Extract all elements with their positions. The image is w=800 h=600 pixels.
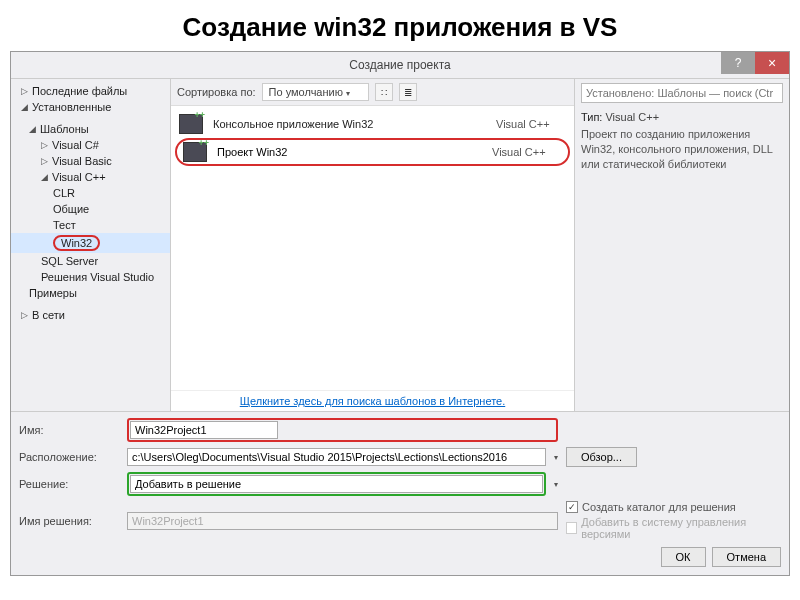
tree-vcpp[interactable]: ◢Visual C++ (11, 169, 170, 185)
search-input[interactable] (581, 83, 783, 103)
version-control-label: Добавить в систему управления версиями (581, 516, 781, 540)
solution-name-field (127, 512, 558, 530)
cancel-button[interactable]: Отмена (712, 547, 781, 567)
type-label: Тип: (581, 111, 602, 123)
right-panel: Тип: Visual C++ Проект по созданию прило… (574, 79, 789, 411)
tree-recent[interactable]: ▷Последние файлы (11, 83, 170, 99)
dialog-title: Создание проекта (11, 58, 789, 72)
tree-online[interactable]: ▷В сети (11, 307, 170, 323)
tree-csharp[interactable]: ▷Visual C# (11, 137, 170, 153)
chevron-down-icon: ▾ (346, 89, 350, 98)
template-list: ++ Консольное приложение Win32 Visual C+… (171, 106, 574, 390)
tree-examples-label: Примеры (29, 287, 77, 299)
sort-value: По умолчанию (269, 86, 343, 98)
tree-common-label: Общие (53, 203, 89, 215)
type-line: Тип: Visual C++ (581, 111, 783, 123)
solution-dropdown[interactable] (130, 475, 543, 493)
tree-test[interactable]: Тест (11, 217, 170, 233)
tree-examples[interactable]: Примеры (11, 285, 170, 301)
center-toolbar: Сортировка по: По умолчанию ▾ ∷ ≣ (171, 79, 574, 106)
template-name: Проект Win32 (217, 146, 482, 158)
center-panel: Сортировка по: По умолчанию ▾ ∷ ≣ ++ Кон… (171, 79, 574, 411)
view-medium-icons-button[interactable]: ∷ (375, 83, 393, 101)
tree-vcpp-label: Visual C++ (52, 171, 106, 183)
tree-installed[interactable]: ◢Установленные (11, 99, 170, 115)
win32-project-icon: ++ (183, 142, 207, 162)
tree-vsol-label: Решения Visual Studio (41, 271, 154, 283)
template-name: Консольное приложение Win32 (213, 118, 486, 130)
tree-csharp-label: Visual C# (52, 139, 99, 151)
tree-vb[interactable]: ▷Visual Basic (11, 153, 170, 169)
tree-clr[interactable]: CLR (11, 185, 170, 201)
tree-online-label: В сети (32, 309, 65, 321)
slide-title: Создание win32 приложения в VS (0, 0, 800, 51)
location-dropdown-icon[interactable]: ▾ (554, 453, 558, 462)
view-small-icons-button[interactable]: ≣ (399, 83, 417, 101)
tree-vb-label: Visual Basic (52, 155, 112, 167)
left-tree: ▷Последние файлы ◢Установленные ◢Шаблоны… (11, 79, 171, 411)
tree-vsol[interactable]: Решения Visual Studio (11, 269, 170, 285)
sort-dropdown[interactable]: По умолчанию ▾ (262, 83, 369, 101)
checkbox-unchecked-icon (566, 522, 577, 534)
template-description: Проект по созданию приложения Win32, кон… (581, 127, 783, 172)
tree-recent-label: Последние файлы (32, 85, 127, 97)
name-label: Имя: (19, 424, 119, 436)
tree-sql-label: SQL Server (41, 255, 98, 267)
help-button[interactable]: ? (721, 52, 755, 74)
type-value: Visual C++ (605, 111, 659, 123)
template-project-win32[interactable]: ++ Проект Win32 Visual C++ (175, 138, 570, 166)
location-field[interactable] (127, 448, 546, 466)
online-templates-link[interactable]: Щелкните здесь для поиска шаблонов в Инт… (171, 390, 574, 411)
ok-button[interactable]: ОК (661, 547, 706, 567)
win32-highlight: Win32 (53, 235, 100, 251)
tree-win32-label: Win32 (61, 237, 92, 249)
tree-sql[interactable]: SQL Server (11, 253, 170, 269)
browse-button[interactable]: Обзор... (566, 447, 637, 467)
tree-test-label: Тест (53, 219, 76, 231)
console-app-icon: ++ (179, 114, 203, 134)
tree-win32[interactable]: Win32 (11, 233, 170, 253)
bottom-form: Имя: Расположение: ▾ Обзор... Решение: ▾… (11, 412, 789, 575)
titlebar: Создание проекта ? × (11, 52, 789, 78)
new-project-dialog: Создание проекта ? × ▷Последние файлы ◢У… (10, 51, 790, 576)
tree-clr-label: CLR (53, 187, 75, 199)
sort-label: Сортировка по: (177, 86, 256, 98)
tree-installed-label: Установленные (32, 101, 111, 113)
close-button[interactable]: × (755, 52, 789, 74)
template-console-win32[interactable]: ++ Консольное приложение Win32 Visual C+… (171, 110, 574, 138)
create-dir-checkbox-row[interactable]: ✓ Создать каталог для решения (566, 501, 736, 513)
checkbox-checked-icon: ✓ (566, 501, 578, 513)
version-control-checkbox-row: Добавить в систему управления версиями (566, 516, 781, 540)
tree-common[interactable]: Общие (11, 201, 170, 217)
tree-templates[interactable]: ◢Шаблоны (11, 121, 170, 137)
tree-templates-label: Шаблоны (40, 123, 89, 135)
template-lang: Visual C++ (496, 118, 566, 130)
solution-dropdown-icon[interactable]: ▾ (554, 480, 558, 489)
location-label: Расположение: (19, 451, 119, 463)
solution-name-label: Имя решения: (19, 515, 119, 527)
name-field[interactable] (130, 421, 278, 439)
template-lang: Visual C++ (492, 146, 562, 158)
solution-label: Решение: (19, 478, 119, 490)
create-dir-label: Создать каталог для решения (582, 501, 736, 513)
